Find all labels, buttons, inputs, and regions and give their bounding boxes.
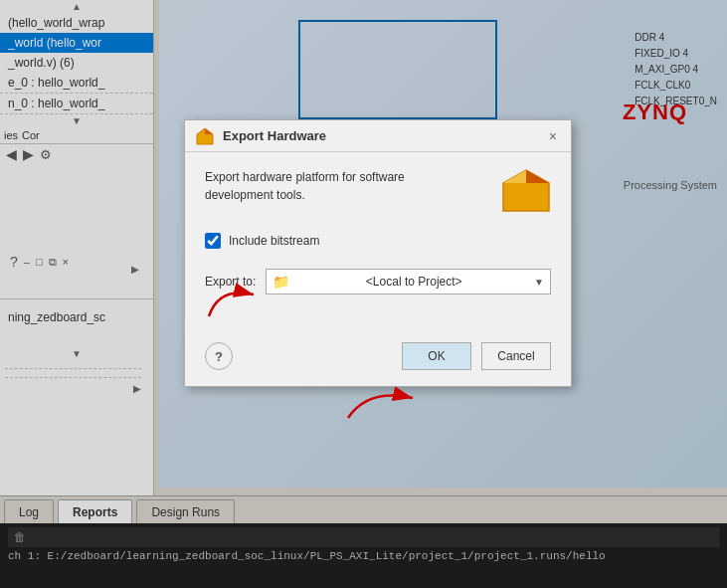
include-bitstream-checkbox[interactable] xyxy=(205,233,221,249)
help-button[interactable]: ? xyxy=(205,342,233,370)
footer-buttons: OK Cancel xyxy=(402,342,551,370)
export-to-row: Export to: 📁 <Local to Project> ▼ xyxy=(205,269,551,294)
dialog-body: Export hardware platform for software de… xyxy=(185,152,571,334)
export-to-label: Export to: xyxy=(205,275,256,289)
desc-line2: development tools. xyxy=(205,188,305,202)
help-question-icon: ? xyxy=(215,349,223,364)
include-bitstream-row: Include bitstream xyxy=(205,233,551,249)
dialog-titlebar: Export Hardware × xyxy=(185,120,571,152)
dialog-title-left: Export Hardware xyxy=(195,126,326,146)
dropdown-arrow-icon: ▼ xyxy=(534,277,544,288)
dialog-close-button[interactable]: × xyxy=(545,129,561,143)
dialog-title-text: Export Hardware xyxy=(223,128,326,143)
include-bitstream-label: Include bitstream xyxy=(229,234,319,248)
dialog-description: Export hardware platform for software de… xyxy=(205,168,551,213)
export-to-dropdown[interactable]: 📁 <Local to Project> ▼ xyxy=(266,269,551,294)
ok-button[interactable]: OK xyxy=(402,342,471,370)
dialog-footer: ? OK Cancel xyxy=(185,334,571,386)
export-to-value: <Local to Project> xyxy=(366,275,462,289)
cancel-button-label: Cancel xyxy=(497,349,534,363)
vivado-logo-icon xyxy=(501,168,551,213)
description-text: Export hardware platform for software de… xyxy=(205,168,491,204)
export-hardware-dialog: Export Hardware × Export hardware platfo… xyxy=(184,119,572,387)
cancel-button[interactable]: Cancel xyxy=(481,342,551,370)
folder-icon: 📁 xyxy=(273,274,289,290)
vivado-icon xyxy=(195,126,215,146)
ok-button-label: OK xyxy=(428,349,445,363)
ide-background: ▲ (hello_world_wrap _world (hello_wor _w… xyxy=(0,0,727,588)
desc-line1: Export hardware platform for software xyxy=(205,170,405,184)
